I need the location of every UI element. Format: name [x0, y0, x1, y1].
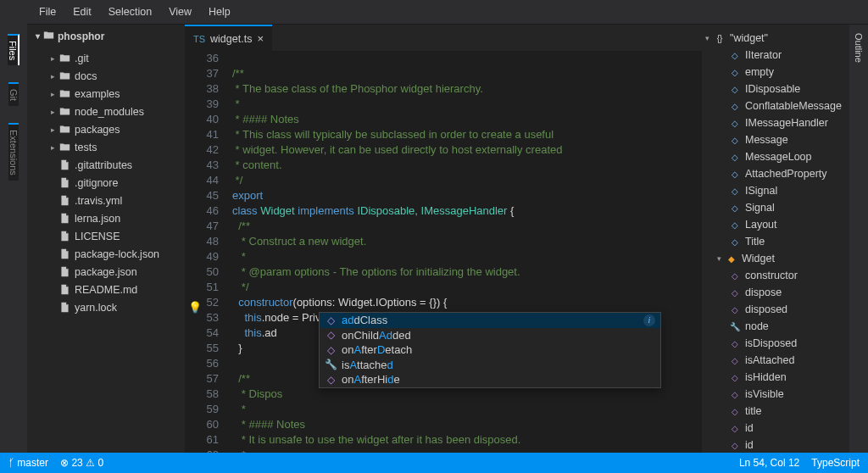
outline-isDisposed[interactable]: ◇isDisposed [702, 335, 849, 352]
file-icon [58, 213, 71, 224]
menu-selection[interactable]: Selection [100, 6, 160, 18]
outline-title[interactable]: ◇title [702, 403, 849, 420]
outline-ConflatableMessage[interactable]: ◇ConflatableMessage [702, 97, 849, 114]
outline-Message[interactable]: ◇Message [702, 131, 849, 148]
file-icon [58, 284, 71, 295]
activity-extensions[interactable]: Extensions [8, 123, 19, 181]
outline-label: Message [745, 134, 788, 146]
item-label: README.md [75, 284, 137, 296]
item-label: .gitignore [75, 177, 118, 189]
close-icon[interactable]: × [257, 32, 264, 45]
method-icon: ◇ [325, 374, 337, 386]
file-lerna-json[interactable]: lerna.json [27, 209, 185, 227]
outline-label: isHidden [745, 371, 787, 383]
menu-view[interactable]: View [160, 6, 200, 18]
file--gitignore[interactable]: .gitignore [27, 174, 185, 192]
interface-icon: ◇ [729, 83, 741, 95]
suggestion-item[interactable]: ◇addClassi [320, 313, 660, 328]
method-icon: ◇ [729, 439, 741, 451]
outline-isAttached[interactable]: ◇isAttached [702, 352, 849, 369]
item-label: tests [75, 142, 97, 153]
suggestion-label: onChildAdded [342, 329, 411, 342]
item-label: packages [75, 124, 120, 136]
folder-icon [58, 106, 71, 117]
activity-files[interactable]: Files [8, 34, 19, 65]
folder-node_modules[interactable]: ▸node_modules [27, 103, 185, 120]
chevron-icon: ▸ [47, 54, 58, 63]
info-icon[interactable]: i [643, 314, 655, 326]
outline-IMessageHandler[interactable]: ◇IMessageHandler [702, 114, 849, 131]
cursor-position[interactable]: Ln 54, Col 12 [739, 457, 799, 469]
suggestion-item[interactable]: ◇onAfterHide [320, 372, 660, 387]
menu-help[interactable]: Help [200, 6, 239, 18]
lightbulb-icon[interactable]: 💡 [188, 301, 202, 314]
folder-tests[interactable]: ▸tests [27, 138, 185, 156]
outline-disposed[interactable]: ◇disposed [702, 301, 849, 318]
outline-isVisible[interactable]: ◇isVisible [702, 386, 849, 403]
menubar: FileEditSelectionViewHelp [0, 0, 868, 24]
outline-Layout[interactable]: ◇Layout [702, 216, 849, 233]
problems-indicator[interactable]: ⊗ 23 ⚠ 0 [60, 457, 103, 469]
file--gitattributes[interactable]: .gitattributes [27, 156, 185, 174]
outline-root[interactable]: ▾ {} "widget" [702, 30, 849, 47]
outline-label: id [745, 439, 754, 451]
file-LICENSE[interactable]: LICENSE [27, 227, 185, 245]
wrench-icon: 🔧 [325, 359, 337, 370]
file-icon [58, 302, 71, 313]
outline-label: IIterator [745, 49, 782, 61]
file-package-lock-json[interactable]: package-lock.json [27, 245, 185, 263]
outline-node[interactable]: 🔧node [702, 318, 849, 335]
outline-id[interactable]: ◇id [702, 420, 849, 437]
outline-IIterator[interactable]: ◇IIterator [702, 47, 849, 64]
suggestion-label: onAfterDetach [342, 343, 412, 356]
file-icon [58, 195, 71, 206]
file-README-md[interactable]: README.md [27, 281, 185, 298]
outline-id[interactable]: ◇id [702, 437, 849, 453]
git-branch[interactable]: ᚶ master [8, 457, 48, 469]
suggestion-item[interactable]: ◇onChildAdded [320, 328, 660, 343]
folder-docs[interactable]: ▸docs [27, 67, 185, 85]
outline-Widget[interactable]: ▾◆Widget [702, 250, 849, 267]
outline-dispose[interactable]: ◇dispose [702, 284, 849, 301]
outline-label: Title [745, 236, 765, 248]
suggestion-item[interactable]: 🔧isAttached [320, 358, 660, 373]
outline-label: empty [745, 66, 774, 78]
folder-packages[interactable]: ▸packages [27, 120, 185, 138]
method-icon: ◇ [729, 388, 741, 400]
file--travis-yml[interactable]: .travis.yml [27, 192, 185, 209]
outline-Title[interactable]: ◇Title [702, 233, 849, 250]
outline-empty[interactable]: ◇empty [702, 64, 849, 81]
language-mode[interactable]: TypeScript [811, 457, 860, 469]
explorer-root[interactable]: ▾ phosphor [27, 24, 185, 47]
menu-file[interactable]: File [31, 6, 64, 18]
outline-label: id [745, 422, 754, 434]
outline-label: Widget [742, 253, 775, 264]
outline-ISignal[interactable]: ◇ISignal [702, 182, 849, 199]
folder-examples[interactable]: ▸examples [27, 85, 185, 103]
outline-Signal[interactable]: ◇Signal [702, 199, 849, 216]
outline-IDisposable[interactable]: ◇IDisposable [702, 81, 849, 97]
method-icon: ◇ [729, 405, 741, 417]
code-content[interactable]: /** * The base class of the Phosphor wid… [232, 51, 702, 453]
file-package-json[interactable]: package.json [27, 263, 185, 281]
suggestion-popup: ◇addClassi◇onChildAdded◇onAfterDetach🔧is… [319, 312, 661, 388]
menu-edit[interactable]: Edit [64, 6, 100, 18]
suggestion-item[interactable]: ◇onAfterDetach [320, 342, 660, 358]
outline-constructor[interactable]: ◇constructor [702, 267, 849, 284]
interface-icon: ◇ [729, 236, 741, 248]
item-label: docs [75, 70, 97, 82]
outline-isHidden[interactable]: ◇isHidden [702, 369, 849, 386]
error-icon: ⊗ [60, 457, 69, 469]
outline-tab[interactable]: Outline [849, 25, 868, 453]
interface-icon: ◇ [729, 100, 741, 112]
tab-widget-ts[interactable]: TS widget.ts × [185, 25, 272, 51]
activity-bar: FilesGitExtensions [0, 24, 27, 453]
activity-git[interactable]: Git [8, 82, 19, 106]
outline-label: disposed [745, 303, 787, 315]
outline-AttachedProperty[interactable]: ◇AttachedProperty [702, 165, 849, 182]
outline-label: IMessageHandler [745, 117, 828, 129]
warning-icon: ⚠ [86, 457, 95, 469]
file-yarn-lock[interactable]: yarn.lock [27, 298, 185, 316]
folder--git[interactable]: ▸.git [27, 49, 185, 67]
outline-MessageLoop[interactable]: ◇MessageLoop [702, 148, 849, 165]
